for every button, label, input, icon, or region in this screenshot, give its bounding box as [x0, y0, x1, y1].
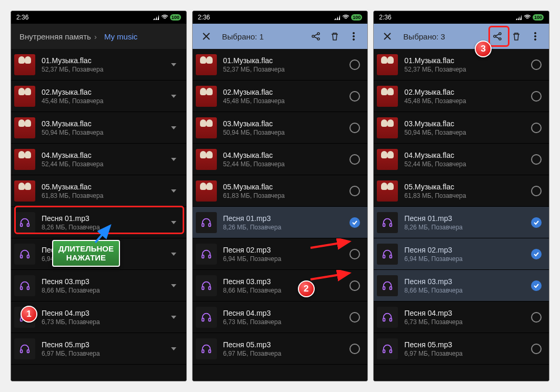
close-selection-button[interactable] — [197, 27, 216, 46]
row-menu-button[interactable] — [166, 278, 181, 293]
selection-count: Выбрано: 3 — [403, 32, 445, 41]
headphones-icon — [14, 244, 35, 265]
selection-checkbox[interactable] — [529, 120, 544, 135]
file-row[interactable]: 04.Музыка.flac52,44 МБ, Позавчера — [193, 144, 368, 175]
file-meta: 61,83 МБ, Позавчера — [42, 192, 166, 199]
chevron-right-icon: › — [94, 32, 97, 41]
headphones-icon — [14, 307, 35, 328]
file-row[interactable]: 01.Музыка.flac52,37 МБ, Позавчера — [193, 49, 368, 81]
file-row[interactable]: Песня 04.mp36,73 МБ, Позавчера — [193, 301, 368, 333]
file-meta: 6,94 МБ, Позавчера — [404, 255, 529, 263]
row-menu-button[interactable] — [166, 310, 181, 325]
file-row[interactable]: Песня 01.mp38,26 МБ, Позавчера — [193, 207, 368, 238]
file-name: 04.Музыка.flac — [223, 151, 348, 159]
album-art-icon — [196, 117, 217, 138]
file-row[interactable]: 03.Музыка.flac50,94 МБ, Позавчера — [193, 112, 368, 144]
file-name: Песня 05.mp3 — [404, 340, 529, 349]
file-row[interactable]: Песня 04.mp36,73 МБ, Позавчера — [11, 301, 186, 333]
selection-checkbox[interactable] — [347, 57, 362, 72]
file-row[interactable]: 02.Музыка.flac45,48 МБ, Позавчера — [374, 81, 549, 112]
selection-checkbox[interactable] — [529, 89, 544, 104]
file-row[interactable]: Песня 03.mp38,66 МБ, Позавчера — [374, 270, 549, 301]
delete-button[interactable] — [325, 27, 344, 46]
svg-rect-5 — [27, 286, 29, 289]
selection-checkbox[interactable] — [529, 152, 544, 167]
status-time: 2:36 — [16, 14, 28, 21]
selection-checkbox[interactable] — [529, 215, 544, 230]
svg-rect-36 — [383, 286, 385, 289]
delete-button[interactable] — [507, 27, 526, 46]
selection-checkbox[interactable] — [529, 341, 544, 356]
file-row[interactable]: 02.Музыка.flac45,48 МБ, Позавчера — [193, 81, 368, 112]
svg-rect-6 — [21, 318, 23, 321]
file-row[interactable]: Песня 05.mp36,97 МБ, Позавчера — [374, 333, 549, 365]
selection-checkbox[interactable] — [529, 247, 544, 262]
file-name: Песня 04.mp3 — [223, 309, 348, 317]
file-row[interactable]: 01.Музыка.flac52,37 МБ, Позавчера — [374, 49, 549, 81]
row-menu-button[interactable] — [166, 247, 181, 262]
file-name: 02.Музыка.flac — [223, 88, 348, 96]
file-row[interactable]: 02.Музыка.flac45,48 МБ, Позавчера — [11, 81, 186, 112]
file-row[interactable]: 01.Музыка.flac52,37 МБ, Позавчера — [11, 49, 186, 81]
file-row[interactable]: 05.Музыка.flac61,83 МБ, Позавчера — [193, 175, 368, 207]
row-menu-button[interactable] — [166, 120, 181, 135]
file-row[interactable]: Песня 05.mp36,97 МБ, Позавчера — [193, 333, 368, 365]
close-selection-button[interactable] — [378, 27, 397, 46]
more-button[interactable] — [526, 27, 545, 46]
file-meta: 52,44 МБ, Позавчера — [42, 160, 166, 168]
file-meta: 8,66 МБ, Позавчера — [404, 287, 529, 294]
svg-rect-24 — [202, 349, 204, 353]
file-row[interactable]: 03.Музыка.flac50,94 МБ, Позавчера — [11, 112, 186, 144]
file-row[interactable]: 05.Музыка.flac61,83 МБ, Позавчера — [11, 175, 186, 207]
file-row[interactable]: 04.Музыка.flac52,44 МБ, Позавчера — [11, 144, 186, 175]
row-menu-button[interactable] — [166, 89, 181, 104]
svg-rect-33 — [390, 223, 392, 226]
file-row[interactable]: Песня 03.mp38,66 МБ, Позавчера — [11, 270, 186, 301]
row-menu-button[interactable] — [166, 57, 181, 72]
battery-badge: 100 — [533, 14, 544, 21]
selection-checkbox[interactable] — [529, 278, 544, 293]
selection-checkbox[interactable] — [347, 184, 362, 198]
selection-checkbox[interactable] — [347, 215, 362, 230]
selection-checkbox[interactable] — [529, 310, 544, 325]
file-row[interactable]: Песня 01.mp38,26 МБ, Позавчера — [374, 207, 549, 238]
row-menu-button[interactable] — [166, 152, 181, 167]
selection-checkbox[interactable] — [529, 57, 544, 72]
selection-checkbox[interactable] — [347, 120, 362, 135]
file-row[interactable]: Песня 04.mp36,73 МБ, Позавчера — [374, 301, 549, 333]
row-menu-button[interactable] — [166, 341, 181, 356]
selection-checkbox[interactable] — [529, 184, 544, 198]
svg-rect-0 — [21, 223, 23, 226]
file-list[interactable]: 01.Музыка.flac52,37 МБ, Позавчера02.Музы… — [11, 49, 186, 381]
file-row[interactable]: 05.Музыка.flac61,83 МБ, Позавчера — [374, 175, 549, 207]
album-art-icon — [14, 180, 35, 202]
file-meta: 8,66 МБ, Позавчера — [42, 287, 166, 294]
file-row[interactable]: 03.Музыка.flac50,94 МБ, Позавчера — [374, 112, 549, 144]
file-name: 05.Музыка.flac — [404, 183, 529, 191]
file-row[interactable]: Песня 02.mp36,94 МБ, Позавчера — [374, 238, 549, 270]
svg-rect-25 — [208, 349, 211, 353]
svg-rect-41 — [390, 349, 392, 353]
selection-checkbox[interactable] — [347, 89, 362, 104]
svg-rect-16 — [202, 223, 204, 226]
row-menu-button[interactable] — [166, 184, 181, 198]
share-button[interactable] — [306, 27, 325, 46]
selection-checkbox[interactable] — [347, 341, 362, 356]
file-list[interactable]: 01.Музыка.flac52,37 МБ, Позавчера02.Музы… — [193, 49, 368, 381]
selection-checkbox[interactable] — [347, 152, 362, 167]
file-name: Песня 01.mp3 — [223, 214, 348, 223]
album-art-icon — [14, 54, 35, 75]
file-name: Песня 04.mp3 — [42, 309, 166, 317]
file-list[interactable]: 01.Музыка.flac52,37 МБ, Позавчера02.Музы… — [374, 49, 549, 381]
breadcrumb-root[interactable]: Внутренняя память — [19, 32, 91, 41]
file-name: 04.Музыка.flac — [404, 151, 529, 159]
file-name: 04.Музыка.flac — [42, 151, 166, 159]
breadcrumb-current[interactable]: My music — [104, 32, 137, 41]
highlight-share — [488, 26, 509, 47]
row-menu-button[interactable] — [166, 215, 181, 230]
svg-rect-34 — [383, 255, 385, 258]
file-row[interactable]: 04.Музыка.flac52,44 МБ, Позавчера — [374, 144, 549, 175]
file-row[interactable]: Песня 05.mp36,97 МБ, Позавчера — [11, 333, 186, 365]
more-button[interactable] — [344, 27, 363, 46]
selection-checkbox[interactable] — [347, 310, 362, 325]
